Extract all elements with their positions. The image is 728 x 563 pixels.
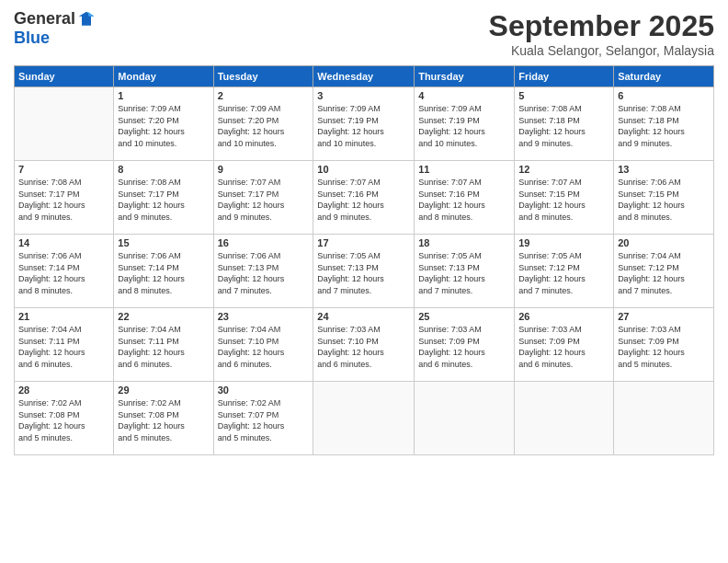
calendar-cell [415, 382, 515, 455]
day-info: Sunrise: 7:04 AM Sunset: 7:12 PM Dayligh… [618, 250, 710, 296]
day-number: 14 [18, 237, 109, 248]
calendar-cell: 14Sunrise: 7:06 AM Sunset: 7:14 PM Dayli… [15, 235, 114, 308]
calendar-cell: 7Sunrise: 7:08 AM Sunset: 7:17 PM Daylig… [15, 161, 114, 235]
calendar-week-row: 28Sunrise: 7:02 AM Sunset: 7:08 PM Dayli… [15, 382, 714, 455]
day-number: 24 [317, 311, 410, 322]
day-info: Sunrise: 7:05 AM Sunset: 7:13 PM Dayligh… [317, 250, 410, 296]
day-info: Sunrise: 7:02 AM Sunset: 7:07 PM Dayligh… [218, 397, 310, 443]
header-tuesday: Tuesday [213, 66, 313, 87]
day-number: 1 [118, 90, 209, 101]
calendar-cell: 18Sunrise: 7:05 AM Sunset: 7:13 PM Dayli… [415, 235, 515, 308]
day-info: Sunrise: 7:09 AM Sunset: 7:19 PM Dayligh… [317, 103, 410, 149]
day-info: Sunrise: 7:06 AM Sunset: 7:14 PM Dayligh… [18, 250, 109, 296]
title-section: September 2025 Kuala Selangor, Selangor,… [489, 9, 714, 58]
calendar-table: Sunday Monday Tuesday Wednesday Thursday… [14, 65, 714, 455]
calendar-cell: 20Sunrise: 7:04 AM Sunset: 7:12 PM Dayli… [614, 235, 714, 308]
calendar-cell: 22Sunrise: 7:04 AM Sunset: 7:11 PM Dayli… [114, 308, 213, 382]
header-friday: Friday [515, 66, 614, 87]
logo-blue-text: Blue [14, 29, 50, 48]
day-number: 11 [418, 164, 510, 175]
logo-icon [77, 10, 96, 29]
day-info: Sunrise: 7:06 AM Sunset: 7:14 PM Dayligh… [118, 250, 209, 296]
day-info: Sunrise: 7:03 AM Sunset: 7:09 PM Dayligh… [418, 324, 510, 370]
calendar-cell: 4Sunrise: 7:09 AM Sunset: 7:19 PM Daylig… [415, 87, 515, 161]
calendar-week-row: 1Sunrise: 7:09 AM Sunset: 7:20 PM Daylig… [15, 87, 714, 161]
day-number: 2 [218, 90, 310, 101]
calendar-header-row: Sunday Monday Tuesday Wednesday Thursday… [15, 66, 714, 87]
day-number: 17 [317, 237, 410, 248]
calendar-cell: 19Sunrise: 7:05 AM Sunset: 7:12 PM Dayli… [515, 235, 614, 308]
day-info: Sunrise: 7:08 AM Sunset: 7:18 PM Dayligh… [518, 103, 609, 149]
calendar-cell: 28Sunrise: 7:02 AM Sunset: 7:08 PM Dayli… [15, 382, 114, 455]
day-info: Sunrise: 7:08 AM Sunset: 7:18 PM Dayligh… [618, 103, 710, 149]
day-number: 4 [418, 90, 510, 101]
calendar-cell: 26Sunrise: 7:03 AM Sunset: 7:09 PM Dayli… [515, 308, 614, 382]
calendar-cell: 5Sunrise: 7:08 AM Sunset: 7:18 PM Daylig… [515, 87, 614, 161]
calendar-cell: 11Sunrise: 7:07 AM Sunset: 7:16 PM Dayli… [415, 161, 515, 235]
calendar-cell [313, 382, 415, 455]
day-number: 8 [118, 164, 209, 175]
day-number: 7 [18, 164, 109, 175]
day-number: 22 [118, 311, 209, 322]
logo: General Blue [14, 9, 96, 48]
calendar-cell: 13Sunrise: 7:06 AM Sunset: 7:15 PM Dayli… [614, 161, 714, 235]
day-info: Sunrise: 7:05 AM Sunset: 7:12 PM Dayligh… [518, 250, 609, 296]
day-info: Sunrise: 7:02 AM Sunset: 7:08 PM Dayligh… [118, 397, 209, 443]
calendar-cell: 1Sunrise: 7:09 AM Sunset: 7:20 PM Daylig… [114, 87, 213, 161]
day-info: Sunrise: 7:06 AM Sunset: 7:15 PM Dayligh… [618, 177, 710, 223]
day-number: 16 [218, 237, 310, 248]
calendar-cell: 8Sunrise: 7:08 AM Sunset: 7:17 PM Daylig… [114, 161, 213, 235]
location: Kuala Selangor, Selangor, Malaysia [489, 43, 714, 58]
day-number: 25 [418, 311, 510, 322]
day-number: 23 [218, 311, 310, 322]
calendar-cell: 17Sunrise: 7:05 AM Sunset: 7:13 PM Dayli… [313, 235, 415, 308]
header-wednesday: Wednesday [313, 66, 415, 87]
day-number: 21 [18, 311, 109, 322]
day-info: Sunrise: 7:08 AM Sunset: 7:17 PM Dayligh… [18, 177, 109, 223]
day-number: 12 [518, 164, 609, 175]
day-info: Sunrise: 7:06 AM Sunset: 7:13 PM Dayligh… [218, 250, 310, 296]
logo-general-text: General [14, 9, 75, 29]
header-saturday: Saturday [614, 66, 714, 87]
day-number: 30 [218, 385, 310, 396]
day-number: 10 [317, 164, 410, 175]
day-info: Sunrise: 7:07 AM Sunset: 7:16 PM Dayligh… [317, 177, 410, 223]
calendar-cell: 25Sunrise: 7:03 AM Sunset: 7:09 PM Dayli… [415, 308, 515, 382]
day-info: Sunrise: 7:07 AM Sunset: 7:15 PM Dayligh… [518, 177, 609, 223]
day-number: 28 [18, 385, 109, 396]
day-number: 20 [618, 237, 710, 248]
header: General Blue September 2025 Kuala Selang… [14, 9, 714, 58]
day-info: Sunrise: 7:03 AM Sunset: 7:09 PM Dayligh… [618, 324, 710, 370]
day-number: 18 [418, 237, 510, 248]
day-info: Sunrise: 7:05 AM Sunset: 7:13 PM Dayligh… [418, 250, 510, 296]
calendar-week-row: 14Sunrise: 7:06 AM Sunset: 7:14 PM Dayli… [15, 235, 714, 308]
day-number: 5 [518, 90, 609, 101]
day-info: Sunrise: 7:03 AM Sunset: 7:10 PM Dayligh… [317, 324, 410, 370]
day-number: 9 [218, 164, 310, 175]
day-info: Sunrise: 7:09 AM Sunset: 7:20 PM Dayligh… [118, 103, 209, 149]
day-number: 3 [317, 90, 410, 101]
calendar-cell [515, 382, 614, 455]
calendar-cell: 21Sunrise: 7:04 AM Sunset: 7:11 PM Dayli… [15, 308, 114, 382]
calendar-cell: 29Sunrise: 7:02 AM Sunset: 7:08 PM Dayli… [114, 382, 213, 455]
day-number: 27 [618, 311, 710, 322]
day-info: Sunrise: 7:07 AM Sunset: 7:17 PM Dayligh… [218, 177, 310, 223]
day-number: 6 [618, 90, 710, 101]
calendar-cell: 15Sunrise: 7:06 AM Sunset: 7:14 PM Dayli… [114, 235, 213, 308]
header-sunday: Sunday [15, 66, 114, 87]
calendar-cell: 6Sunrise: 7:08 AM Sunset: 7:18 PM Daylig… [614, 87, 714, 161]
day-number: 29 [118, 385, 209, 396]
day-number: 13 [618, 164, 710, 175]
calendar-cell: 3Sunrise: 7:09 AM Sunset: 7:19 PM Daylig… [313, 87, 415, 161]
day-number: 19 [518, 237, 609, 248]
calendar-cell: 27Sunrise: 7:03 AM Sunset: 7:09 PM Dayli… [614, 308, 714, 382]
day-info: Sunrise: 7:04 AM Sunset: 7:10 PM Dayligh… [218, 324, 310, 370]
calendar-cell: 9Sunrise: 7:07 AM Sunset: 7:17 PM Daylig… [213, 161, 313, 235]
day-info: Sunrise: 7:03 AM Sunset: 7:09 PM Dayligh… [518, 324, 609, 370]
calendar-cell: 2Sunrise: 7:09 AM Sunset: 7:20 PM Daylig… [213, 87, 313, 161]
day-info: Sunrise: 7:07 AM Sunset: 7:16 PM Dayligh… [418, 177, 510, 223]
calendar-cell: 16Sunrise: 7:06 AM Sunset: 7:13 PM Dayli… [213, 235, 313, 308]
day-info: Sunrise: 7:09 AM Sunset: 7:20 PM Dayligh… [218, 103, 310, 149]
day-info: Sunrise: 7:04 AM Sunset: 7:11 PM Dayligh… [18, 324, 109, 370]
calendar-cell: 10Sunrise: 7:07 AM Sunset: 7:16 PM Dayli… [313, 161, 415, 235]
